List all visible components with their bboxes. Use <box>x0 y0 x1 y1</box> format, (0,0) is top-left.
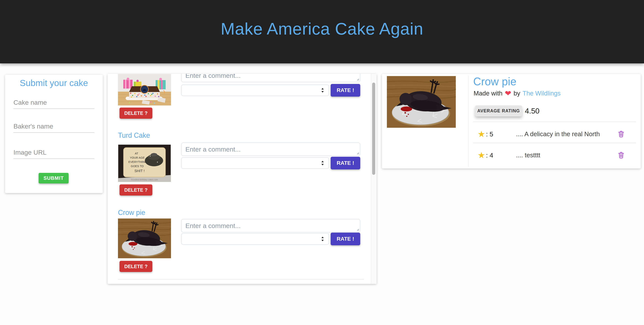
rating-select[interactable] <box>181 157 329 169</box>
delete-rating-button[interactable] <box>617 130 625 138</box>
made-with-line: Made with ❤ by The Wildlings <box>474 90 560 97</box>
comment-box <box>181 74 360 82</box>
submit-button[interactable]: SUBMIT <box>38 173 68 184</box>
crow-pie-detail-image <box>387 76 456 128</box>
detail-vertical-divider <box>468 76 468 167</box>
comment-box <box>181 142 360 156</box>
submit-card-title: Submit your cake <box>5 78 103 88</box>
rate-button[interactable]: RATE ! <box>331 84 360 96</box>
baker-name-placeholder: Baker's name <box>14 122 53 130</box>
baker-link[interactable]: The Wildlings <box>522 90 560 97</box>
turd-cake-image <box>118 145 171 182</box>
delete-button[interactable]: DELETE ? <box>120 184 152 196</box>
cake-title-link[interactable]: Crow pie <box>118 208 145 217</box>
app-title: Make America Cake Again <box>220 19 423 38</box>
image-url-field[interactable]: Image URL <box>14 144 94 159</box>
by-text: by <box>514 90 520 97</box>
list-scrollbar-track[interactable] <box>371 74 376 284</box>
rating-select[interactable] <box>181 233 329 245</box>
rating-score: : 5 <box>486 130 509 138</box>
trash-icon <box>617 130 625 138</box>
star-icon: ★ <box>478 151 485 160</box>
average-rating-button[interactable]: AVERAGE RATING <box>475 106 522 116</box>
made-with-text: Made with <box>474 90 502 97</box>
rating-comment: .... A delicacy in the real North <box>516 130 617 138</box>
app-header: Make America Cake Again <box>0 0 644 64</box>
rate-button[interactable]: RATE ! <box>331 157 360 170</box>
submit-cake-card: Submit your cake Cake name Baker's name … <box>5 75 103 193</box>
select-arrows-icon <box>321 88 324 93</box>
star-icon: ★ <box>478 130 485 138</box>
list-divider <box>118 279 364 280</box>
baker-name-field[interactable]: Baker's name <box>14 118 94 133</box>
average-rating-value: 4.50 <box>525 106 540 116</box>
select-arrows-icon <box>321 160 324 166</box>
crow-pie-image <box>118 218 171 258</box>
image-url-placeholder: Image URL <box>14 149 46 156</box>
cake-detail-card: Crow pie Made with ❤ by The Wildlings AV… <box>382 74 641 168</box>
app-page: Make America Cake Again Submit your cake… <box>0 0 644 325</box>
heart-icon: ❤ <box>505 90 511 96</box>
comment-input[interactable] <box>181 219 360 232</box>
rating-score: : 4 <box>486 152 509 159</box>
rate-button[interactable]: RATE ! <box>331 232 360 245</box>
comment-input[interactable] <box>181 74 360 82</box>
ratings-divider <box>473 143 636 143</box>
rating-row: ★ : 5 .... A delicacy in the real North <box>473 126 636 143</box>
cake-list-card: RATE ! DELETE ? Turd Cake RATE ! DELETE … <box>108 74 376 284</box>
birthday-sprinkle-cake-image <box>118 74 171 106</box>
cake-name-placeholder: Cake name <box>14 99 47 106</box>
cake-name-field[interactable]: Cake name <box>14 94 94 109</box>
rating-comment: .... testttt <box>516 152 617 159</box>
delete-button[interactable]: DELETE ? <box>120 261 152 272</box>
detail-cake-title: Crow pie <box>473 75 516 88</box>
delete-button[interactable]: DELETE ? <box>120 108 152 119</box>
trash-icon <box>617 151 625 159</box>
rating-select[interactable] <box>181 84 329 96</box>
list-scrollbar-thumb[interactable] <box>372 82 375 175</box>
delete-rating-button[interactable] <box>617 151 625 160</box>
cake-title-link[interactable]: Turd Cake <box>118 132 150 140</box>
rating-row: ★ : 4 .... testttt <box>473 146 636 164</box>
select-arrows-icon <box>321 236 324 242</box>
comment-input[interactable] <box>181 142 360 156</box>
comment-box <box>181 219 360 232</box>
ratings-divider <box>473 122 636 122</box>
